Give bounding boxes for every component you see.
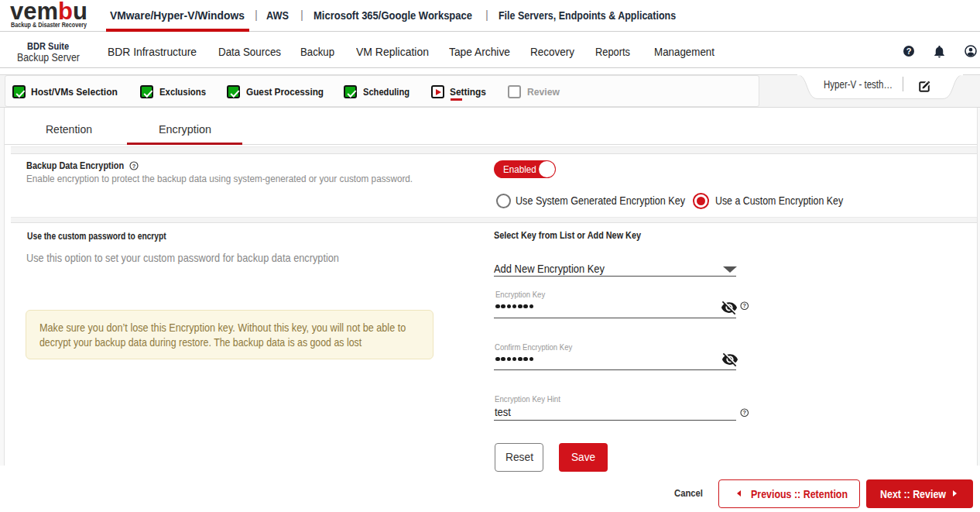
svg-text:?: ? — [132, 162, 136, 169]
svg-text:?: ? — [743, 303, 746, 309]
svg-text:?: ? — [743, 410, 746, 416]
